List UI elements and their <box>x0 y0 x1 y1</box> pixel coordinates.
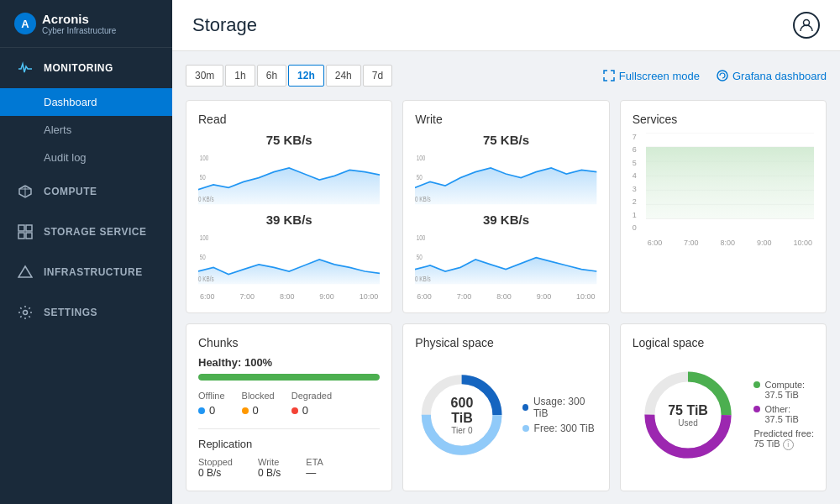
svg-text:50: 50 <box>417 253 423 261</box>
read-x-labels: 6:007:008:009:0010:00 <box>198 292 380 301</box>
chunks-title: Chunks <box>198 336 380 349</box>
write-x-labels: 6:007:008:009:0010:00 <box>415 292 596 301</box>
physical-donut-label: 600 TiB Tier 0 <box>438 396 486 435</box>
read-chart2: 100 50 0 KB/s <box>198 230 380 289</box>
svg-rect-5 <box>26 225 32 231</box>
svg-rect-6 <box>18 233 24 239</box>
svg-text:100: 100 <box>417 234 426 242</box>
logical-donut-value: 75 TiB <box>668 403 708 418</box>
sidebar-item-auditlog[interactable]: Audit log <box>0 144 172 171</box>
other-legend: Other: 37.5 TiB <box>753 404 814 424</box>
free-legend: Free: 300 TiB <box>522 423 595 434</box>
chunks-stats: Offline 0 Blocked 0 De <box>198 391 380 417</box>
svg-rect-4 <box>18 225 24 231</box>
compute-legend-value: 37.5 TiB <box>764 390 798 400</box>
sidebar-item-dashboard[interactable]: Dashboard <box>0 88 172 116</box>
svg-marker-8 <box>18 266 32 277</box>
grafana-link[interactable]: Grafana dashboard <box>717 70 827 82</box>
time-btn-7d[interactable]: 7d <box>363 65 392 87</box>
page-header: Storage <box>172 0 840 51</box>
fullscreen-label: Fullscreen mode <box>619 70 700 82</box>
rep-eta: ETA — <box>306 457 323 479</box>
free-label: Free: 300 TiB <box>534 423 595 434</box>
svg-text:0 KB/s: 0 KB/s <box>415 195 431 203</box>
monitoring-label: MONITORING <box>44 62 113 74</box>
svg-text:A: A <box>21 18 29 30</box>
svg-rect-7 <box>26 233 32 239</box>
replication-section: Replication Stopped 0 B/s Write 0 B/s ET… <box>198 428 380 479</box>
offline-value: 0 <box>198 404 225 417</box>
grid-icon <box>17 223 34 240</box>
offline-label: Offline <box>198 391 225 401</box>
rep-write-label: Write <box>258 457 281 467</box>
rep-stopped: Stopped 0 B/s <box>198 457 233 479</box>
logical-donut: 75 TiB Used <box>638 365 738 465</box>
blocked-label: Blocked <box>242 391 275 401</box>
write-card: Write 75 KB/s 100 50 <box>402 100 609 313</box>
logical-donut-sub: Used <box>668 418 708 428</box>
offline-dot <box>198 407 205 414</box>
progress-fill <box>198 374 380 381</box>
time-btn-6h[interactable]: 6h <box>257 65 286 87</box>
physical-title: Physical space <box>415 336 596 349</box>
svg-text:50: 50 <box>417 173 423 181</box>
eta-label: ETA <box>306 457 323 467</box>
degraded-label: Degraded <box>291 391 332 401</box>
physical-donut-sub: Tier 0 <box>438 426 486 435</box>
sidebar-item-alerts[interactable]: Alerts <box>0 116 172 144</box>
cube-icon <box>17 183 34 200</box>
logo-icon: A <box>13 12 37 35</box>
physical-donut-value: 600 TiB <box>438 396 486 426</box>
time-btn-24h[interactable]: 24h <box>326 65 361 87</box>
physical-inner: 600 TiB Tier 0 Usage: 300 TiB Free: 300 … <box>415 356 596 474</box>
logical-donut-label: 75 TiB Used <box>668 403 708 428</box>
services-chart-area: 6:007:008:009:0010:00 <box>646 133 814 247</box>
stopped-label: Stopped <box>198 457 233 467</box>
logical-inner: 75 TiB Used Compute: 37.5 TiB <box>633 356 814 474</box>
sidebar-item-compute[interactable]: COMPUTE <box>0 171 172 212</box>
other-legend-dot <box>753 406 760 412</box>
healthy-label: Healthy: 100% <box>198 356 380 369</box>
time-btn-30m[interactable]: 30m <box>186 65 223 87</box>
settings-label: SETTINGS <box>44 307 97 318</box>
services-x-labels: 6:007:008:009:0010:00 <box>646 239 814 247</box>
time-btn-1h[interactable]: 1h <box>225 65 255 87</box>
grafana-icon <box>717 70 728 81</box>
sidebar-item-monitoring[interactable]: MONITORING <box>0 48 172 88</box>
svg-text:100: 100 <box>200 234 209 242</box>
physical-legend: Usage: 300 TiB Free: 300 TiB <box>522 396 597 434</box>
svg-text:0 KB/s: 0 KB/s <box>198 275 214 283</box>
chunk-offline: Offline 0 <box>198 391 225 417</box>
sidebar-item-infrastructure[interactable]: INFRASTRUCTURE <box>0 252 172 292</box>
cards-grid: Read 75 KB/s 100 50 <box>186 100 827 491</box>
chunk-blocked: Blocked 0 <box>242 391 275 417</box>
user-icon[interactable] <box>793 12 820 39</box>
svg-text:0 KB/s: 0 KB/s <box>198 195 214 203</box>
chunks-card: Chunks Healthy: 100% Offline 0 <box>186 323 392 491</box>
sidebar-item-storage[interactable]: STORAGE SERVICE <box>0 212 172 252</box>
usage-dot <box>522 404 528 411</box>
sidebar-item-settings[interactable]: SETTINGS <box>0 292 172 333</box>
predicted-label: Predicted free: <box>753 428 814 438</box>
usage-label: Usage: 300 TiB <box>533 396 597 419</box>
write-chart1: 100 50 0 KB/s <box>415 150 596 209</box>
page-title: Storage <box>192 14 257 36</box>
svg-text:50: 50 <box>200 173 206 181</box>
services-svg <box>646 133 814 234</box>
degraded-dot <box>291 407 298 414</box>
blocked-dot <box>242 407 249 414</box>
read-chart1: 100 50 0 KB/s <box>198 150 380 209</box>
time-btn-12h[interactable]: 12h <box>288 65 324 87</box>
logical-space-card: Logical space 75 TiB Used <box>620 323 827 491</box>
read-value1: 75 KB/s <box>198 133 380 147</box>
logo-brand: Acronis <box>42 12 116 26</box>
monitoring-sub-items: Dashboard Alerts Audit log <box>0 88 172 171</box>
nav-section: MONITORING Dashboard Alerts Audit log CO… <box>0 48 172 333</box>
write-value2: 39 KB/s <box>415 213 596 227</box>
fullscreen-icon <box>603 70 615 81</box>
gear-icon <box>17 304 34 321</box>
fullscreen-link[interactable]: Fullscreen mode <box>603 70 700 82</box>
predicted-free: Predicted free: 75 TiB i <box>753 428 814 450</box>
infrastructure-label: INFRASTRUCTURE <box>44 266 143 278</box>
info-icon[interactable]: i <box>783 439 794 450</box>
